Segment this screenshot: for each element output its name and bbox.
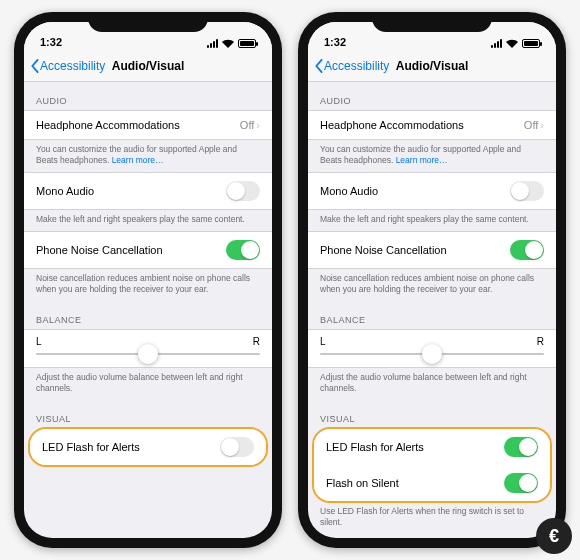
footer-balance: Adjust the audio volume balance between … (24, 368, 272, 400)
screen: 1:32 Accessibility Audio/Visual AUDIO He… (24, 22, 272, 538)
row-flash-silent[interactable]: Flash on Silent (314, 465, 550, 501)
toggle-led[interactable] (504, 437, 538, 457)
row-noise[interactable]: Phone Noise Cancellation (308, 231, 556, 269)
row-headphone[interactable]: Headphone Accommodations Off › (308, 110, 556, 140)
learn-more-link[interactable]: Learn more… (112, 155, 164, 165)
row-label: Mono Audio (320, 185, 378, 197)
row-label: Phone Noise Cancellation (36, 244, 163, 256)
signal-icon (491, 39, 502, 48)
chevron-right-icon: › (256, 119, 260, 131)
wifi-icon (506, 39, 518, 48)
row-label: LED Flash for Alerts (326, 441, 424, 453)
row-label: Mono Audio (36, 185, 94, 197)
toggle-noise[interactable] (510, 240, 544, 260)
balance-right-label: R (537, 336, 544, 347)
back-button[interactable]: Accessibility (30, 59, 105, 73)
page-title: Audio/Visual (396, 59, 468, 73)
toggle-led[interactable] (220, 437, 254, 457)
row-value: Off › (524, 119, 544, 131)
back-label: Accessibility (324, 59, 389, 73)
row-headphone[interactable]: Headphone Accommodations Off › (24, 110, 272, 140)
chevron-right-icon: › (540, 119, 544, 131)
section-audio: AUDIO (24, 82, 272, 110)
screen: 1:32 Accessibility Audio/Visual AUDIO He… (308, 22, 556, 538)
back-label: Accessibility (40, 59, 105, 73)
value-text: Off (240, 119, 254, 131)
section-balance: BALANCE (24, 301, 272, 329)
learn-more-link[interactable]: Learn more… (396, 155, 448, 165)
battery-icon (522, 39, 540, 48)
value-text: Off (524, 119, 538, 131)
section-visual: VISUAL (308, 400, 556, 428)
signal-icon (207, 39, 218, 48)
toggle-mono[interactable] (510, 181, 544, 201)
page-title: Audio/Visual (112, 59, 184, 73)
notch (88, 12, 208, 32)
footer-balance: Adjust the audio volume balance between … (308, 368, 556, 400)
row-mono[interactable]: Mono Audio (308, 172, 556, 210)
status-time: 1:32 (324, 36, 346, 48)
toggle-noise[interactable] (226, 240, 260, 260)
row-mono[interactable]: Mono Audio (24, 172, 272, 210)
footer-mono: Make the left and right speakers play th… (308, 210, 556, 231)
balance-control: L R (24, 329, 272, 368)
balance-control: L R (308, 329, 556, 368)
row-label: Headphone Accommodations (36, 119, 180, 131)
balance-right-label: R (253, 336, 260, 347)
notch (372, 12, 492, 32)
row-value: Off › (240, 119, 260, 131)
chevron-left-icon (314, 59, 324, 73)
footer-headphone: You can customize the audio for supporte… (24, 140, 272, 172)
phone-left: 1:32 Accessibility Audio/Visual AUDIO He… (14, 12, 282, 548)
balance-slider[interactable] (320, 353, 544, 355)
row-label: Flash on Silent (326, 477, 399, 489)
balance-slider[interactable] (36, 353, 260, 355)
phone-right: 1:32 Accessibility Audio/Visual AUDIO He… (298, 12, 566, 548)
footer-led: Use LED Flash for Alerts when the ring s… (308, 502, 556, 534)
footer-headphone: You can customize the audio for supporte… (308, 140, 556, 172)
wifi-icon (222, 39, 234, 48)
chevron-left-icon (30, 59, 40, 73)
slider-thumb[interactable] (422, 344, 442, 364)
section-audio: AUDIO (308, 82, 556, 110)
row-led[interactable]: LED Flash for Alerts (30, 429, 266, 465)
nav-bar: Accessibility Audio/Visual (308, 50, 556, 82)
highlight-ring: LED Flash for Alerts Flash on Silent (312, 427, 552, 503)
footer-noise: Noise cancellation reduces ambient noise… (308, 269, 556, 301)
row-label: LED Flash for Alerts (42, 441, 140, 453)
footer-mono: Make the left and right speakers play th… (24, 210, 272, 231)
price-badge-icon: € (536, 518, 572, 554)
nav-bar: Accessibility Audio/Visual (24, 50, 272, 82)
row-label: Phone Noise Cancellation (320, 244, 447, 256)
balance-left-label: L (320, 336, 326, 347)
status-indicators (207, 39, 256, 48)
status-time: 1:32 (40, 36, 62, 48)
back-button[interactable]: Accessibility (314, 59, 389, 73)
row-label: Headphone Accommodations (320, 119, 464, 131)
row-noise[interactable]: Phone Noise Cancellation (24, 231, 272, 269)
highlight-ring: LED Flash for Alerts (28, 427, 268, 467)
balance-left-label: L (36, 336, 42, 347)
battery-icon (238, 39, 256, 48)
status-indicators (491, 39, 540, 48)
row-led[interactable]: LED Flash for Alerts (314, 429, 550, 465)
section-balance: BALANCE (308, 301, 556, 329)
section-visual: VISUAL (24, 400, 272, 428)
toggle-mono[interactable] (226, 181, 260, 201)
toggle-flash-silent[interactable] (504, 473, 538, 493)
slider-thumb[interactable] (138, 344, 158, 364)
footer-noise: Noise cancellation reduces ambient noise… (24, 269, 272, 301)
